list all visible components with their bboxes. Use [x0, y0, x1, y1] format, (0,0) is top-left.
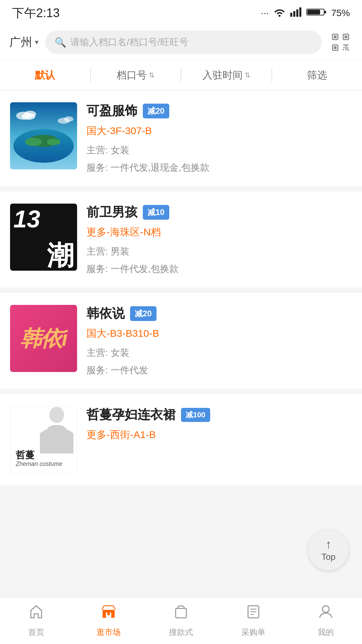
svg-rect-5 — [324, 11, 326, 13]
status-time: 下午2:13 — [12, 5, 60, 21]
vendor-info-4: 哲蔓孕妇连衣裙 减100 更多-西街-A1-B — [86, 406, 352, 448]
bag-icon — [173, 604, 189, 624]
vendor-card-1[interactable]: 可盈服饰 减20 国大-3F-307-B 主营: 女装 服务: 一件代发,退现金… — [0, 90, 362, 186]
number-13: 13 — [13, 207, 40, 231]
sort-filter-label: 筛选 — [307, 68, 327, 82]
svg-rect-6 — [307, 10, 320, 14]
wifi-icon — [274, 7, 286, 19]
vendor-info-3: 韩依说 减20 国大-B3-B310-B 主营: 女装 服务: 一件代发 — [86, 305, 352, 377]
zheman-sub: Zheman costume — [16, 461, 62, 468]
battery-percent: 75% — [331, 8, 350, 18]
sort-checkin-time[interactable]: 入驻时间 ⇅ — [181, 61, 272, 90]
vendor-name-row-2: 前卫男孩 减10 — [86, 204, 352, 221]
location-text: 广州 — [9, 35, 32, 50]
sort-stall-arrow: ⇅ — [149, 71, 155, 79]
discount-badge-2: 减10 — [143, 205, 169, 220]
sort-stall-number[interactable]: 档口号 ⇅ — [91, 61, 181, 90]
vendor-main-1: 主营: 女装 — [86, 144, 352, 157]
vendor-location-1: 国大-3F-307-B — [86, 124, 352, 138]
svg-rect-33 — [176, 608, 186, 618]
sort-checkin-arrow: ⇅ — [245, 71, 250, 79]
vendor-card-2[interactable]: 13 潮 前卫男孩 减10 更多-海珠区-N档 主营: 男装 服务: 一件代发,… — [0, 192, 362, 287]
bottom-navigation: 首页 逛市场 搜款式 — [0, 597, 362, 644]
top-arrow-icon: ↑ — [325, 538, 331, 550]
header: 广州 ▾ 🔍 请输入档口名/档口号/旺旺号 — [0, 24, 362, 61]
vendor-main-3: 主营: 女装 — [86, 346, 352, 359]
svg-rect-32 — [107, 612, 110, 615]
vendor-image-1 — [10, 102, 77, 169]
nav-market-label: 逛市场 — [97, 627, 121, 638]
sort-default[interactable]: 默认 — [0, 61, 90, 90]
vendor-info-2: 前卫男孩 减10 更多-海珠区-N档 主营: 男装 服务: 一件代发,包换款 — [86, 204, 352, 275]
pink-card-text: 韩依i — [20, 324, 67, 353]
nav-search-style-label: 搜款式 — [169, 627, 193, 638]
discount-badge-1: 减20 — [143, 104, 169, 118]
vendor-name-3: 韩依说 — [86, 305, 125, 322]
vendor-card-4[interactable]: 哲蔓 Zheman costume 哲蔓孕妇连衣裙 减100 更多-西街-A1-… — [0, 394, 362, 485]
nav-search-style[interactable]: 搜款式 — [145, 597, 217, 644]
svg-rect-1 — [293, 11, 295, 17]
top-label: Top — [321, 552, 336, 562]
list-icon — [245, 604, 261, 624]
vendor-location-4: 更多-西街-A1-B — [86, 428, 352, 442]
svg-rect-11 — [345, 36, 347, 38]
svg-rect-10 — [334, 36, 337, 38]
nav-profile-label: 我的 — [318, 627, 334, 638]
vendor-name-2: 前卫男孩 — [86, 204, 137, 221]
svg-point-38 — [322, 606, 329, 612]
vendor-name-4: 哲蔓孕妇连衣裙 — [86, 406, 176, 423]
location-button[interactable]: 广州 ▾ — [9, 35, 39, 50]
svg-rect-12 — [334, 46, 337, 49]
svg-rect-3 — [299, 7, 301, 17]
sort-checkin-label: 入驻时间 — [202, 68, 243, 82]
vendor-main-2: 主营: 男装 — [86, 245, 352, 258]
svg-point-23 — [47, 139, 60, 145]
vendor-name-1: 可盈服饰 — [86, 102, 137, 119]
discount-badge-4: 减100 — [181, 408, 210, 422]
nav-home[interactable]: 首页 — [0, 597, 72, 644]
vendor-image-4: 哲蔓 Zheman costume — [10, 406, 77, 473]
home-icon — [28, 604, 44, 624]
search-icon: 🔍 — [55, 37, 66, 48]
chao-text: 潮 — [47, 242, 74, 269]
search-placeholder: 请输入档口名/档口号/旺旺号 — [70, 36, 188, 49]
nav-purchase-label: 采购单 — [241, 627, 265, 638]
vendor-image-2: 13 潮 — [10, 204, 77, 271]
store-icon — [101, 604, 117, 624]
discount-badge-3: 减20 — [130, 306, 157, 321]
nav-home-label: 首页 — [28, 627, 44, 638]
vendor-info-1: 可盈服饰 减20 国大-3F-307-B 主营: 女装 服务: 一件代发,退现金… — [86, 102, 352, 174]
vendor-name-row-4: 哲蔓孕妇连衣裙 减100 — [86, 406, 352, 423]
svg-line-18 — [347, 49, 349, 50]
sort-stall-label: 档口号 — [117, 68, 147, 82]
sort-default-label: 默认 — [35, 68, 55, 82]
vendor-location-3: 国大-B3-B310-B — [86, 327, 352, 340]
sort-bar: 默认 档口号 ⇅ 入驻时间 ⇅ 筛选 — [0, 61, 362, 90]
vendor-service-1: 服务: 一件代发,退现金,包换款 — [86, 161, 352, 174]
status-icons: ··· 75% — [261, 7, 350, 19]
svg-point-29 — [49, 407, 64, 423]
vendor-service-3: 服务: 一件代发 — [86, 364, 352, 377]
nav-purchase-list[interactable]: 采购单 — [217, 597, 290, 644]
chevron-down-icon: ▾ — [35, 38, 39, 47]
svg-point-26 — [22, 113, 35, 120]
vendor-location-2: 更多-海珠区-N档 — [86, 225, 352, 239]
top-button[interactable]: ↑ Top — [308, 530, 349, 570]
vendor-image-3: 韩依i — [10, 305, 77, 372]
svg-point-22 — [25, 138, 42, 146]
status-bar: 下午2:13 ··· 75% — [0, 0, 362, 24]
svg-point-28 — [64, 116, 73, 122]
nav-profile[interactable]: 我的 — [290, 597, 362, 644]
vendor-name-row-1: 可盈服饰 减20 — [86, 102, 352, 119]
battery-icon — [306, 7, 326, 19]
signal-icon — [290, 7, 302, 19]
search-bar[interactable]: 🔍 请输入档口名/档口号/旺旺号 — [45, 31, 322, 54]
person-icon — [318, 604, 334, 624]
svg-rect-0 — [290, 13, 292, 17]
nav-market[interactable]: 逛市场 — [72, 597, 145, 644]
dots-icon: ··· — [261, 8, 269, 18]
svg-rect-2 — [296, 9, 298, 17]
scan-button[interactable] — [328, 30, 353, 54]
vendor-card-3[interactable]: 韩依i 韩依说 减20 国大-B3-B310-B 主营: 女装 服务: 一件代发 — [0, 293, 362, 389]
sort-filter[interactable]: 筛选 — [272, 61, 362, 90]
